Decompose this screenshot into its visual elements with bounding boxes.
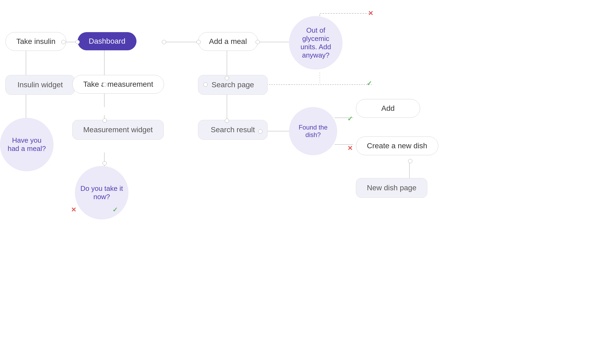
- dot-12: [203, 82, 208, 87]
- add-meal-node[interactable]: Add a meal: [198, 32, 258, 51]
- dot-7: [102, 118, 107, 123]
- dashboard-node[interactable]: Dashboard: [78, 32, 136, 50]
- insulin-widget-node[interactable]: Insulin widget: [5, 75, 75, 95]
- take-measurement-label: Take a measurement: [72, 75, 164, 94]
- create-new-dish-label: Create a new dish: [356, 136, 438, 155]
- have-meal-node[interactable]: Have you had a meal?: [0, 118, 54, 171]
- dot-9: [225, 76, 229, 80]
- take-insulin-node[interactable]: Take insulin: [5, 32, 66, 51]
- check-icon-take: ✓: [112, 206, 118, 214]
- out-glycemic-node[interactable]: Out of glycemic units. Add anyway?: [289, 16, 343, 70]
- have-meal-label: Have you had a meal?: [0, 118, 54, 171]
- new-dish-page-node[interactable]: New dish page: [356, 178, 427, 198]
- dot-3: [162, 40, 166, 44]
- out-glycemic-label: Out of glycemic units. Add anyway?: [289, 16, 343, 70]
- check-icon-found: ✓: [347, 115, 353, 123]
- close-icon-dish: ✕: [347, 145, 353, 152]
- search-result-label: Search result: [198, 120, 268, 140]
- new-dish-page-label: New dish page: [356, 178, 427, 198]
- dot-8: [102, 161, 107, 165]
- dashboard-label: Dashboard: [78, 32, 136, 50]
- take-insulin-label: Take insulin: [5, 32, 66, 51]
- create-new-dish-node[interactable]: Create a new dish: [356, 136, 438, 155]
- measurement-widget-label: Measurement widget: [72, 120, 164, 140]
- add-label: Add: [356, 99, 420, 118]
- do-you-take-label: Do you take it now?: [75, 166, 128, 219]
- close-icon-top: ✕: [368, 10, 373, 17]
- take-measurement-node[interactable]: Take a measurement: [72, 75, 164, 94]
- dot-10: [225, 119, 229, 123]
- search-result-node[interactable]: Search result: [198, 120, 268, 140]
- close-icon-take: ✕: [71, 206, 76, 214]
- dot-5: [256, 40, 260, 44]
- dot-2: [75, 40, 80, 44]
- measurement-widget-node[interactable]: Measurement widget: [72, 120, 164, 140]
- dot-4: [196, 40, 201, 44]
- search-page-node[interactable]: Search page: [198, 75, 268, 95]
- add-meal-label: Add a meal: [198, 32, 258, 51]
- dot-13: [408, 159, 412, 163]
- add-node[interactable]: Add: [356, 99, 420, 118]
- found-dish-label: Found the dish?: [289, 107, 337, 155]
- dot-11: [258, 129, 263, 134]
- check-icon-glycemic: ✓: [367, 80, 372, 87]
- insulin-widget-label: Insulin widget: [5, 75, 75, 95]
- do-you-take-node[interactable]: Do you take it now?: [75, 166, 128, 219]
- dot-1: [61, 40, 66, 44]
- found-dish-node[interactable]: Found the dish?: [289, 107, 337, 155]
- search-page-label: Search page: [198, 75, 268, 95]
- dot-6: [102, 82, 107, 87]
